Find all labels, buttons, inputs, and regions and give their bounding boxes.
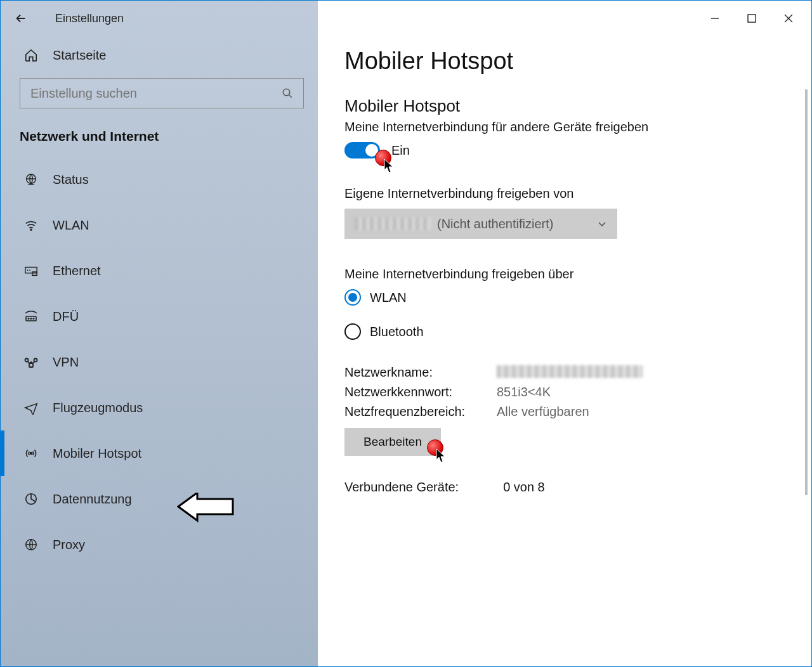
sidebar-item-label: Ethernet	[53, 264, 101, 278]
network-band-value: Alle verfügbaren	[497, 405, 786, 419]
svg-point-7	[30, 318, 32, 320]
svg-rect-4	[32, 272, 37, 276]
svg-rect-11	[29, 363, 33, 367]
network-password-label: Netzwerkkennwort:	[344, 385, 497, 399]
svg-point-0	[283, 89, 290, 96]
svg-point-6	[28, 318, 29, 320]
edit-button[interactable]: Bearbeiten	[344, 428, 441, 456]
close-button[interactable]	[771, 6, 806, 31]
connected-devices-label: Verbundene Geräte:	[344, 480, 459, 495]
search-input[interactable]	[30, 86, 282, 101]
share-via-label: Meine Internetverbindung freigeben über	[344, 267, 786, 282]
sidebar-item-proxy[interactable]: Proxy	[1, 522, 318, 567]
minimize-button[interactable]	[697, 6, 733, 31]
annotation-arrow	[177, 493, 234, 528]
page-title: Mobiler Hotspot	[344, 48, 786, 75]
datausage-icon	[23, 491, 39, 507]
svg-rect-15	[748, 15, 756, 22]
airplane-icon	[23, 400, 39, 415]
share-from-dropdown[interactable]: (Nicht authentifiziert)	[344, 209, 617, 239]
sidebar-item-vpn[interactable]: VPN	[1, 339, 318, 385]
cursor-icon	[436, 448, 447, 463]
sidebar-item-label: Datennutzung	[53, 492, 132, 507]
svg-point-10	[34, 359, 37, 362]
sidebar-item-hotspot[interactable]: Mobiler Hotspot	[1, 431, 318, 476]
sidebar-item-airplane[interactable]: Flugzeugmodus	[1, 385, 318, 431]
section-title: Mobiler Hotspot	[344, 96, 786, 116]
svg-point-2	[30, 229, 32, 230]
dropdown-value-suffix: (Nicht authentifiziert)	[437, 217, 553, 231]
sidebar-item-ethernet[interactable]: Ethernet	[1, 248, 318, 294]
radio-label: Bluetooth	[370, 325, 424, 339]
home-icon	[23, 48, 39, 63]
sidebar-item-label: WLAN	[53, 218, 89, 233]
vpn-icon	[23, 354, 39, 370]
sidebar-item-status[interactable]: Status	[1, 157, 318, 202]
radio-bluetooth[interactable]: Bluetooth	[344, 323, 786, 340]
sidebar-home[interactable]: Startseite	[1, 36, 318, 78]
window-title: Einstellungen	[55, 12, 124, 25]
sidebar: Einstellungen Startseite Netzwerk und In…	[1, 1, 318, 666]
network-band-label: Netzfrequenzbereich:	[344, 405, 497, 419]
share-from-label: Eigene Internetverbindung freigeben von	[344, 186, 786, 201]
radio-label: WLAN	[370, 290, 407, 305]
svg-point-8	[33, 318, 34, 320]
redacted-connection-name	[355, 217, 431, 230]
sidebar-item-dfu[interactable]: DFÜ	[1, 294, 318, 339]
radio-wlan[interactable]: WLAN	[344, 289, 786, 306]
sidebar-home-label: Startseite	[53, 48, 106, 63]
dialup-icon	[23, 309, 39, 324]
search-box[interactable]	[20, 78, 304, 108]
connected-devices-value: 0 von 8	[503, 480, 545, 495]
content-pane: Mobiler Hotspot Mobiler Hotspot Meine In…	[318, 1, 811, 666]
maximize-button[interactable]	[734, 6, 769, 31]
sidebar-item-label: DFÜ	[53, 309, 79, 324]
ethernet-icon	[23, 263, 39, 278]
network-password-value: 851i3<4K	[497, 385, 786, 399]
sidebar-item-label: Flugzeugmodus	[53, 401, 143, 415]
proxy-icon	[23, 537, 39, 552]
share-description: Meine Internetverbindung für andere Gerä…	[344, 120, 786, 134]
cursor-icon	[384, 159, 395, 174]
sidebar-item-label: Mobiler Hotspot	[53, 446, 141, 461]
svg-point-12	[30, 453, 32, 455]
hotspot-icon	[23, 446, 39, 461]
sidebar-item-wlan[interactable]: WLAN	[1, 202, 318, 248]
chevron-down-icon	[597, 219, 607, 229]
redacted-network-name	[497, 365, 643, 378]
hotspot-toggle-label: Ein	[391, 143, 410, 158]
sidebar-section-title: Netzwerk und Internet	[1, 125, 318, 157]
scrollbar[interactable]	[805, 89, 808, 495]
sidebar-item-label: Proxy	[53, 538, 85, 552]
globe-status-icon	[23, 172, 39, 187]
search-icon	[282, 87, 293, 99]
back-button[interactable]	[12, 10, 30, 27]
wifi-icon	[23, 217, 39, 233]
titlebar-left: Einstellungen	[1, 1, 318, 36]
titlebar-right	[318, 1, 811, 36]
network-name-label: Netzwerkname:	[344, 365, 497, 380]
svg-point-9	[25, 359, 29, 362]
sidebar-item-label: VPN	[53, 355, 79, 370]
radio-circle-icon	[344, 323, 361, 340]
network-info: Netzwerkname: Netzwerkkennwort: 851i3<4K…	[344, 365, 786, 419]
radio-circle-icon	[344, 289, 361, 306]
sidebar-item-datausage[interactable]: Datennutzung	[1, 476, 318, 522]
sidebar-item-label: Status	[53, 172, 89, 187]
